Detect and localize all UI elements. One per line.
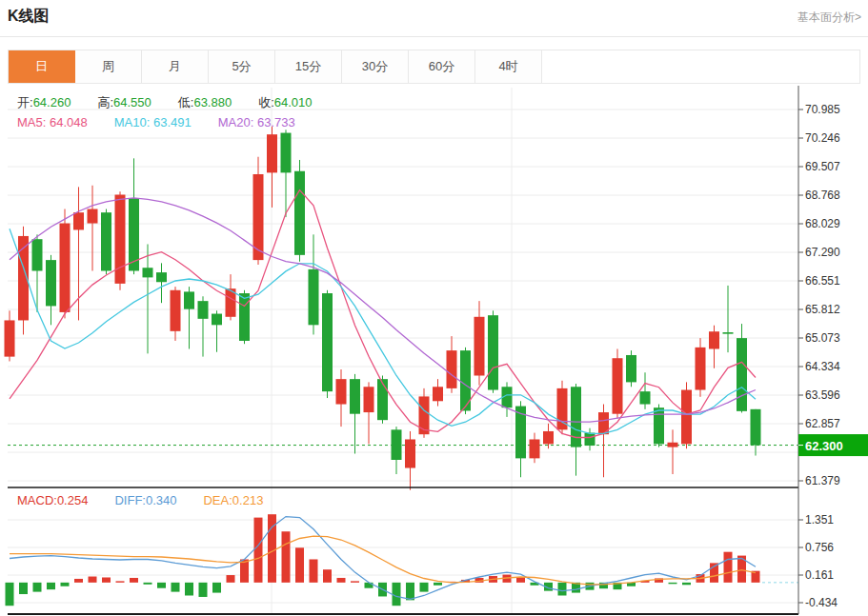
svg-text:68.029: 68.029 xyxy=(805,217,840,230)
ma5-value: 64.048 xyxy=(50,115,88,129)
close-value: 64.010 xyxy=(274,95,313,109)
candles-layer xyxy=(5,127,761,490)
tab-60min[interactable]: 60分 xyxy=(409,50,475,83)
fundamental-analysis-link[interactable]: 基本面分析> xyxy=(797,10,861,26)
tab-week[interactable]: 周 xyxy=(75,50,142,83)
tab-15min[interactable]: 15分 xyxy=(275,50,342,83)
dea-value: 0.213 xyxy=(232,493,264,507)
ohlc-legend: 开:64.260 高:64.550 低:63.880 收:64.010 xyxy=(17,94,339,111)
svg-text:0.756: 0.756 xyxy=(805,541,834,554)
ma10-value: 63.491 xyxy=(153,115,192,129)
grid-layer xyxy=(8,88,798,613)
panel-borders xyxy=(8,86,798,614)
svg-text:-0.434: -0.434 xyxy=(805,596,838,609)
macd-legend: MACD:0.254 DIFF:0.340 DEA:0.213 xyxy=(17,493,290,507)
svg-text:0.161: 0.161 xyxy=(805,568,834,582)
kline-chart-canvas[interactable]: 70.98570.24669.50768.76868.02967.29066.5… xyxy=(0,0,868,616)
svg-text:1.351: 1.351 xyxy=(805,513,834,527)
ma-legend: MA5: 64.048 MA10: 63.491 MA20: 63.733 xyxy=(17,115,322,129)
tab-30min[interactable]: 30分 xyxy=(342,50,409,83)
macd-value: 0.254 xyxy=(57,493,89,507)
open-value: 64.260 xyxy=(33,95,71,109)
svg-text:65.812: 65.812 xyxy=(805,303,840,316)
svg-text:64.334: 64.334 xyxy=(805,360,840,373)
svg-text:67.290: 67.290 xyxy=(805,246,840,259)
svg-text:63.596: 63.596 xyxy=(805,388,840,402)
close-label: 收: xyxy=(258,95,274,109)
tabbar-filler xyxy=(542,50,859,83)
ma5-label: MA5: xyxy=(17,115,46,129)
diff-value: 0.340 xyxy=(146,493,177,507)
svg-text:62.300: 62.300 xyxy=(805,439,843,453)
macd-label: MACD: xyxy=(17,493,57,507)
ma20-value: 63.733 xyxy=(257,115,295,129)
svg-text:65.073: 65.073 xyxy=(805,331,840,345)
high-value: 64.550 xyxy=(113,95,151,109)
svg-text:61.379: 61.379 xyxy=(805,474,840,487)
tab-day[interactable]: 日 xyxy=(9,50,75,83)
tab-4hour[interactable]: 4时 xyxy=(475,50,542,83)
header-divider xyxy=(0,36,868,37)
low-label: 低: xyxy=(178,95,194,109)
tab-month[interactable]: 月 xyxy=(142,50,209,83)
ma20-label: MA20: xyxy=(218,115,254,129)
svg-text:70.985: 70.985 xyxy=(805,103,840,116)
tab-5min[interactable]: 5分 xyxy=(209,50,275,83)
dea-label: DEA: xyxy=(203,493,232,507)
y-axis-labels: 70.98570.24669.50768.76868.02967.29066.5… xyxy=(798,103,840,609)
svg-text:69.507: 69.507 xyxy=(805,160,840,173)
ma10-label: MA10: xyxy=(114,115,151,129)
high-label: 高: xyxy=(97,95,113,109)
page-title: K线图 xyxy=(8,7,50,27)
svg-text:66.551: 66.551 xyxy=(805,274,840,288)
svg-text:68.768: 68.768 xyxy=(805,189,840,202)
low-value: 63.880 xyxy=(193,95,232,109)
svg-text:70.246: 70.246 xyxy=(805,131,840,145)
diff-label: DIFF: xyxy=(114,493,146,507)
open-label: 开: xyxy=(17,95,33,109)
svg-text:62.857: 62.857 xyxy=(805,417,840,430)
current-price-marker: 62.300 xyxy=(798,434,868,456)
period-tabbar: 日 周 月 5分 15分 30分 60分 4时 xyxy=(8,50,860,84)
